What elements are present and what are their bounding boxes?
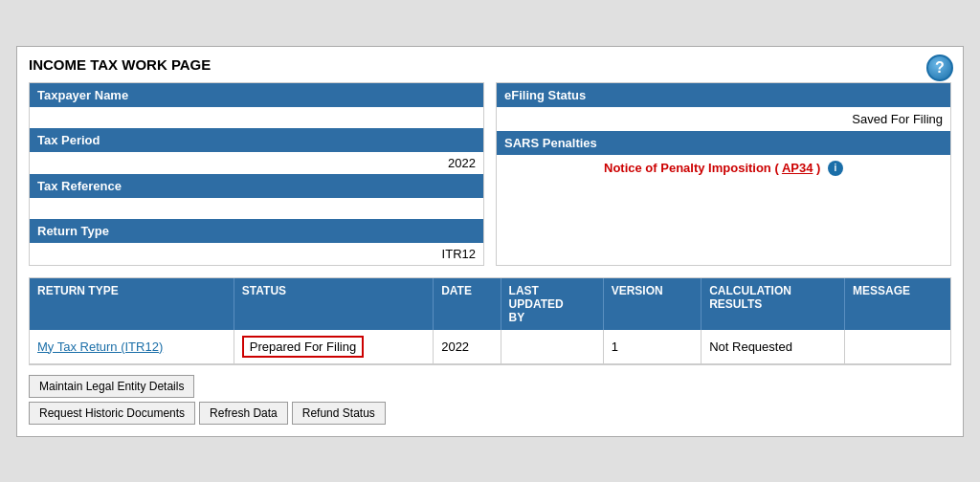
return-type-label: Return Type: [30, 219, 483, 243]
maintain-legal-entity-button[interactable]: Maintain Legal Entity Details: [29, 375, 194, 398]
data-table: RETURN TYPE STATUS DATE LASTUPDATEDBY VE…: [30, 278, 950, 364]
request-historic-documents-button[interactable]: Request Historic Documents: [29, 402, 195, 425]
tax-reference-value: [30, 198, 483, 219]
sars-info-icon[interactable]: i: [828, 161, 843, 176]
cell-return-type: My Tax Return (ITR12): [30, 330, 234, 364]
sars-penalties-label: SARS Penalties: [497, 131, 950, 155]
page-container: INCOME TAX WORK PAGE ? Taxpayer Name Tax…: [16, 46, 964, 437]
refresh-data-button[interactable]: Refresh Data: [199, 402, 288, 425]
tax-period-value: 2022: [30, 152, 483, 174]
page-title: INCOME TAX WORK PAGE: [29, 56, 951, 73]
refund-status-button[interactable]: Refund Status: [292, 402, 386, 425]
table-section: RETURN TYPE STATUS DATE LASTUPDATEDBY VE…: [29, 277, 951, 365]
status-badge: Prepared For Filing: [242, 336, 364, 358]
cell-message: [844, 330, 950, 364]
tax-reference-label: Tax Reference: [30, 174, 483, 198]
my-tax-return-link[interactable]: My Tax Return (ITR12): [37, 340, 163, 354]
button-row-1: Maintain Legal Entity Details: [29, 375, 951, 398]
help-icon[interactable]: ?: [926, 55, 953, 81]
table-header-row: RETURN TYPE STATUS DATE LASTUPDATEDBY VE…: [30, 278, 950, 330]
col-return-type: RETURN TYPE: [30, 278, 234, 330]
efiling-status-label: eFiling Status: [497, 83, 950, 107]
col-version: VERSION: [603, 278, 702, 330]
col-date: DATE: [434, 278, 501, 330]
taxpayer-name-label: Taxpayer Name: [30, 83, 483, 107]
cell-last-updated: [501, 330, 603, 364]
col-message: MESSAGE: [844, 278, 950, 330]
buttons-section: Maintain Legal Entity Details Request Hi…: [29, 375, 951, 425]
button-row-2: Request Historic Documents Refresh Data …: [29, 402, 951, 425]
return-type-value: ITR12: [30, 243, 483, 265]
tax-period-label: Tax Period: [30, 128, 483, 152]
right-panel: eFiling Status Saved For Filing SARS Pen…: [496, 82, 951, 266]
cell-status: Prepared For Filing: [234, 330, 433, 364]
table-row: My Tax Return (ITR12) Prepared For Filin…: [30, 330, 950, 364]
col-calculation-results: CALCULATIONRESULTS: [702, 278, 845, 330]
efiling-status-value: Saved For Filing: [497, 107, 950, 131]
col-status: STATUS: [234, 278, 433, 330]
taxpayer-name-value: [30, 107, 483, 128]
ap34-link[interactable]: AP34: [782, 161, 813, 175]
col-last-updated: LASTUPDATEDBY: [501, 278, 603, 330]
top-section: Taxpayer Name Tax Period 2022 Tax Refere…: [29, 82, 951, 266]
left-panel: Taxpayer Name Tax Period 2022 Tax Refere…: [29, 82, 484, 266]
sars-penalties-value: Notice of Penalty Imposition ( AP34 ) i: [497, 155, 950, 183]
cell-version: 1: [603, 330, 702, 364]
cell-calculation-results: Not Requested: [702, 330, 845, 364]
cell-date: 2022: [434, 330, 501, 364]
